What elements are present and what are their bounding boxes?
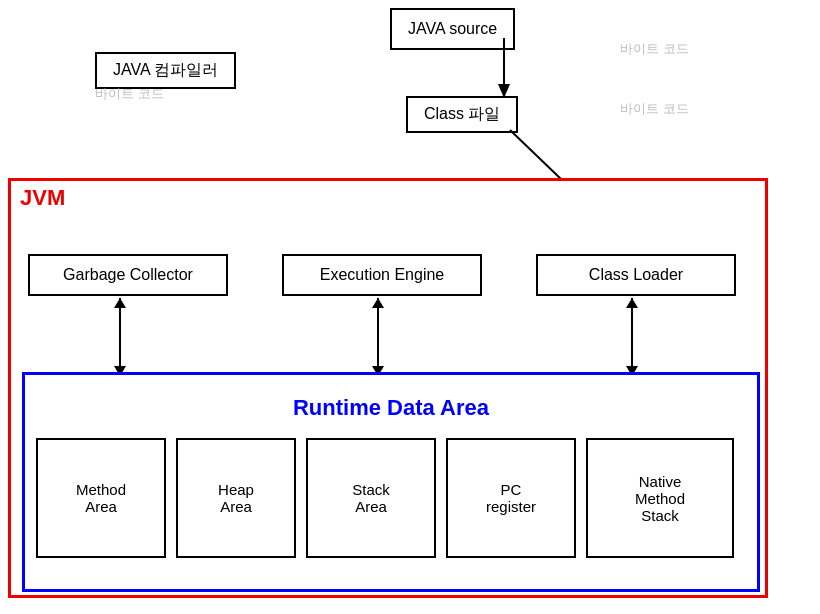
garbage-collector-box: Garbage Collector <box>28 254 228 296</box>
native-method-stack-box: Native Method Stack <box>586 438 734 558</box>
pc-register-label: PC register <box>486 481 536 515</box>
arrow-source-down <box>494 38 514 98</box>
svg-marker-11 <box>626 298 638 308</box>
execution-engine-box: Execution Engine <box>282 254 482 296</box>
method-area-box: Method Area <box>36 438 166 558</box>
method-area-label: Method Area <box>76 481 126 515</box>
jvm-label: JVM <box>20 185 65 211</box>
diagram-container: JAVA source JAVA 컴파일러 바이트 코드 바이트 코드 바이트 … <box>0 0 820 614</box>
svg-marker-8 <box>372 298 384 308</box>
native-method-label: Native Method Stack <box>635 473 685 524</box>
stack-area-label: Stack Area <box>352 481 390 515</box>
gc-label: Garbage Collector <box>63 266 193 283</box>
pc-register-box: PC register <box>446 438 576 558</box>
heap-area-label: Heap Area <box>218 481 254 515</box>
faint-right1: 바이트 코드 <box>620 40 689 58</box>
arrow-ee-runtime <box>368 298 388 376</box>
faint-right2: 바이트 코드 <box>620 100 689 118</box>
arrow-cl-runtime <box>622 298 642 376</box>
class-loader-box: Class Loader <box>536 254 736 296</box>
runtime-label: Runtime Data Area <box>22 395 760 421</box>
arrow-gc-runtime <box>110 298 130 376</box>
cl-label: Class Loader <box>589 266 683 283</box>
stack-area-box: Stack Area <box>306 438 436 558</box>
java-source-label: JAVA source <box>408 20 497 37</box>
ee-label: Execution Engine <box>320 266 445 283</box>
java-compiler-box: JAVA 컴파일러 <box>95 52 236 89</box>
faint-left: 바이트 코드 <box>95 85 164 103</box>
svg-marker-5 <box>114 298 126 308</box>
class-file-label: Class 파일 <box>424 105 500 122</box>
heap-area-box: Heap Area <box>176 438 296 558</box>
class-file-box: Class 파일 <box>406 96 518 133</box>
svg-marker-1 <box>498 84 510 98</box>
java-compiler-label: JAVA 컴파일러 <box>113 61 218 78</box>
